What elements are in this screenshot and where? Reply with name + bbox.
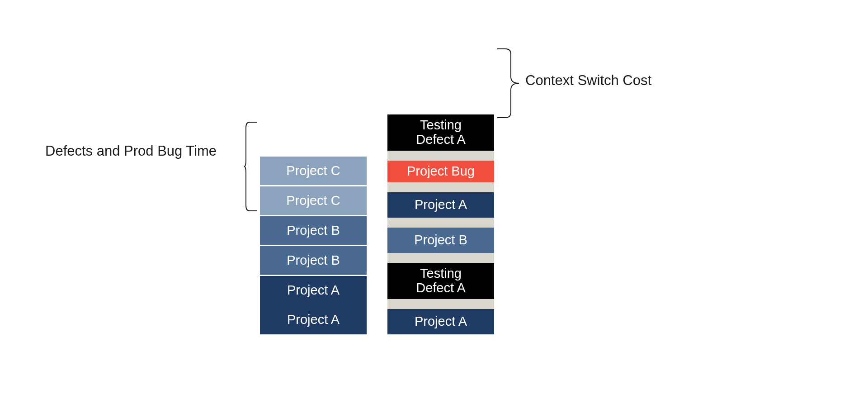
label-context-switch-cost: Context Switch Cost [525, 72, 651, 89]
diagram-stage: Defects and Prod Bug Time Project A Proj… [0, 0, 868, 395]
block-testing-defect-a: TestingDefect A [387, 263, 494, 299]
context-switch-gap [387, 299, 494, 309]
bracket-left-icon [244, 121, 258, 212]
label-defects-prod-bug: Defects and Prod Bug Time [45, 143, 217, 159]
block-project-a: Project A [260, 305, 367, 334]
block-testing-defect-a: TestingDefect A [387, 114, 494, 151]
context-switch-gap [387, 253, 494, 263]
context-switch-gap [387, 218, 494, 228]
block-project-c: Project C [260, 155, 367, 185]
context-switch-gap [387, 182, 494, 192]
block-project-c: Project C [260, 185, 367, 215]
block-project-a: Project A [260, 275, 367, 305]
ideal-stack: Project A Project A Project B Project B … [260, 155, 367, 334]
block-project-b: Project B [260, 215, 367, 245]
bracket-right-icon [496, 48, 519, 119]
actual-stack: Project A TestingDefect A Project B Proj… [387, 114, 494, 334]
block-project-b: Project B [387, 228, 494, 253]
block-project-a: Project A [387, 309, 494, 334]
context-switch-gap [387, 151, 494, 161]
block-project-b: Project B [260, 245, 367, 275]
block-project-a: Project A [387, 192, 494, 218]
block-project-bug: Project Bug [387, 161, 494, 182]
